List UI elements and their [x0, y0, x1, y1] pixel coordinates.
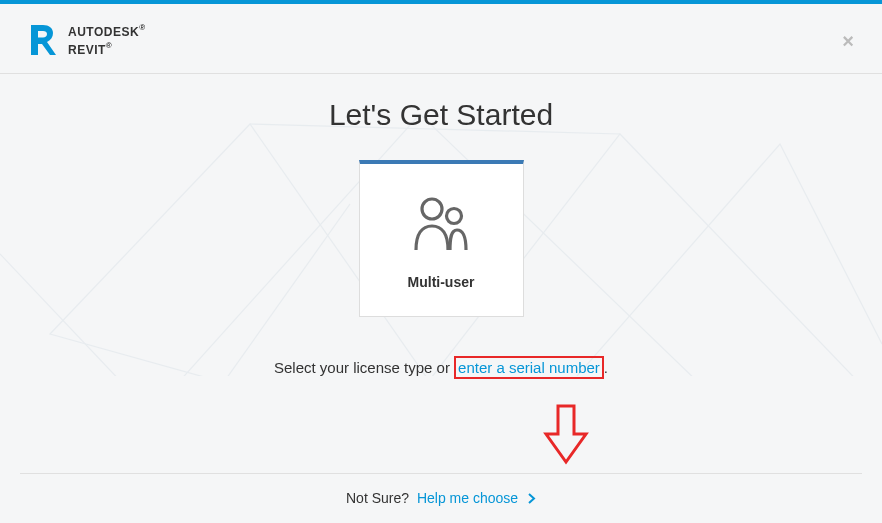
app-label: REVIT [68, 43, 106, 57]
svg-point-1 [447, 209, 462, 224]
enter-serial-link[interactable]: enter a serial number [454, 356, 604, 379]
help-link-text: Help me choose [417, 490, 518, 506]
footer: Not Sure? Help me choose [20, 473, 862, 523]
main-content: Let's Get Started Multi-user Select your… [0, 74, 882, 376]
page-title: Let's Get Started [0, 98, 882, 132]
help-choose-link[interactable]: Help me choose [417, 490, 536, 506]
instruction-text: Select your license type or enter a seri… [0, 359, 882, 376]
annotation-arrow-icon [542, 404, 590, 470]
product-name: AUTODESK® REVIT® [68, 22, 145, 57]
close-icon[interactable]: × [842, 30, 854, 53]
card-label: Multi-user [370, 274, 513, 290]
multi-user-icon [370, 194, 513, 254]
instruction-prefix: Select your license type or [274, 359, 454, 376]
footer-prompt: Not Sure? [346, 490, 409, 506]
chevron-right-icon [528, 491, 536, 507]
svg-point-0 [422, 199, 442, 219]
revit-logo-icon [28, 23, 56, 57]
multi-user-card[interactable]: Multi-user [359, 160, 524, 317]
instruction-suffix: . [604, 359, 608, 376]
company-label: AUTODESK [68, 25, 139, 39]
header: AUTODESK® REVIT® × [0, 4, 882, 74]
